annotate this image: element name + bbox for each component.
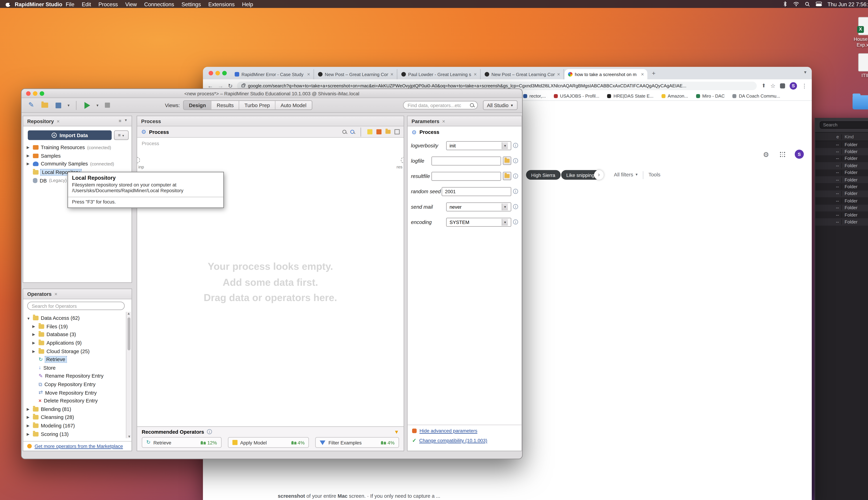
info-icon[interactable]: [513, 189, 518, 194]
op-group-modeling[interactable]: ▶Modeling (167): [23, 421, 132, 430]
menu-item[interactable]: Extensions: [208, 1, 235, 7]
hide-advanced-link[interactable]: Hide advanced parameters: [420, 428, 477, 434]
apple-menu-icon[interactable]: [6, 1, 10, 7]
op-delete-repository-entry[interactable]: ×Delete Repository Entry: [23, 397, 132, 405]
finder-row[interactable]: -- Folder: [815, 169, 868, 176]
op-group-database[interactable]: ▶Database (3): [23, 331, 132, 339]
back-icon[interactable]: ←: [207, 82, 213, 89]
finder-row[interactable]: -- Folder: [815, 212, 868, 218]
expand-arrow-icon[interactable]: ▶: [26, 423, 31, 428]
expand-arrow-icon[interactable]: ▶: [32, 349, 36, 353]
finder-row[interactable]: -- Folder: [815, 148, 868, 155]
menu-item[interactable]: Settings: [181, 1, 201, 7]
menu-item[interactable]: Edit: [82, 1, 91, 7]
add-folder-icon[interactable]: [385, 130, 390, 134]
chips-scroll-arrow-icon[interactable]: ›: [594, 170, 604, 180]
view-tab-results[interactable]: Results: [212, 101, 239, 109]
save-process-button[interactable]: [53, 100, 64, 110]
result-port[interactable]: [401, 157, 404, 163]
open-process-button[interactable]: [40, 100, 50, 110]
expand-arrow-icon[interactable]: ▶: [32, 324, 36, 329]
browse-file-button[interactable]: [503, 157, 511, 165]
op-group-blending[interactable]: ▶Blending (81): [23, 405, 132, 413]
zoom-out-icon[interactable]: [342, 130, 346, 134]
close-window-button[interactable]: [209, 71, 213, 75]
op-copy-repository-entry[interactable]: ⧉Copy Repository Entry: [23, 380, 132, 388]
finder-row[interactable]: -- Folder: [815, 204, 868, 211]
op-rename-repository-entry[interactable]: ✎Rename Repository Entry: [23, 372, 132, 380]
random-seed-input[interactable]: [442, 187, 511, 196]
menu-item[interactable]: Connections: [144, 1, 174, 7]
share-icon[interactable]: ⬆: [762, 83, 766, 89]
resultfile-input[interactable]: [431, 171, 501, 181]
menu-item[interactable]: View: [125, 1, 137, 7]
stop-process-button[interactable]: [103, 100, 113, 110]
op-store[interactable]: ↓Store: [23, 364, 132, 372]
note-icon[interactable]: [367, 129, 373, 134]
view-tab-auto-model[interactable]: Auto Model: [275, 101, 311, 109]
new-process-button[interactable]: ✎: [26, 100, 36, 110]
info-icon[interactable]: [513, 158, 518, 163]
flag-icon[interactable]: [376, 129, 381, 134]
menu-item[interactable]: Process: [99, 1, 118, 7]
op-group-cleansing[interactable]: ▶Cleansing (28): [23, 413, 132, 422]
op-retrieve[interactable]: ↻Retrieve: [23, 355, 132, 364]
save-dropdown-arrow[interactable]: ▼: [67, 103, 70, 107]
desktop-icon-itil[interactable]: ITIL: [850, 53, 868, 78]
bookmark-item[interactable]: DA Coach Commu...: [733, 93, 780, 99]
google-account-avatar[interactable]: S: [795, 150, 804, 159]
bookmark-item[interactable]: Miro - DAC: [696, 93, 724, 99]
recommended-chip-retrieve[interactable]: ↻ Retrieve 12%: [142, 437, 221, 448]
operators-scrollbar[interactable]: ▲▼: [126, 312, 131, 438]
finder-column-headers[interactable]: e Kind: [815, 133, 868, 141]
breadcrumb[interactable]: Process: [149, 129, 169, 135]
info-icon[interactable]: [513, 204, 518, 209]
forward-icon[interactable]: →: [218, 82, 224, 89]
expand-arrow-icon[interactable]: ▶: [26, 154, 31, 158]
bookmark-item[interactable]: USAJOBS - Profil...: [554, 93, 599, 99]
expand-arrow-icon[interactable]: ▶: [26, 415, 31, 420]
active-app-name[interactable]: RapidMiner Studio: [15, 1, 62, 7]
desktop-icon-folder[interactable]: [847, 95, 868, 110]
menu-item[interactable]: Help: [242, 1, 253, 7]
chrome-menu-icon[interactable]: ⋮: [801, 82, 807, 89]
tab-close-icon[interactable]: ×: [557, 71, 560, 77]
input-port[interactable]: [137, 157, 140, 163]
info-icon[interactable]: [513, 143, 518, 148]
tab-close-icon[interactable]: ×: [390, 71, 393, 77]
logverbosity-select[interactable]: init▼: [446, 141, 511, 150]
finder-row[interactable]: -- Folder: [815, 155, 868, 162]
bookmark-item[interactable]: HRE|DAS State E...: [607, 93, 653, 99]
browse-file-button[interactable]: [503, 172, 511, 180]
expand-arrow-icon[interactable]: ▶: [26, 407, 31, 411]
encoding-select[interactable]: SYSTEM▼: [446, 217, 511, 226]
tree-item-samples[interactable]: ▶ Samples: [23, 152, 132, 160]
finder-row[interactable]: -- Folder: [815, 218, 868, 225]
tab-parameters[interactable]: Parameters: [412, 118, 439, 124]
info-icon[interactable]: [207, 429, 212, 434]
bookmark-item[interactable]: rector,...: [523, 93, 546, 99]
finder-search-input[interactable]: [820, 121, 868, 129]
repository-sort-button[interactable]: ≡▼: [114, 130, 129, 140]
reload-icon[interactable]: ↻: [228, 82, 233, 89]
search-chip[interactable]: High Sierra: [526, 170, 560, 180]
tree-item-training-resources[interactable]: ▶ Training Resources (connected): [23, 144, 132, 152]
minimize-window-button[interactable]: [33, 91, 37, 96]
profile-avatar[interactable]: S: [790, 82, 797, 89]
column-header-kind[interactable]: Kind: [841, 134, 868, 139]
view-tab-turbo-prep[interactable]: Turbo Prep: [239, 101, 275, 109]
zoom-window-button[interactable]: [222, 71, 227, 75]
finder-row[interactable]: -- Folder: [815, 183, 868, 190]
global-search-input[interactable]: [403, 101, 478, 109]
tab-process[interactable]: Process: [141, 118, 161, 124]
expand-arrow-icon[interactable]: ▶: [32, 341, 36, 345]
bookmark-item[interactable]: Amazon...: [661, 93, 688, 99]
tab-close-icon[interactable]: ×: [641, 71, 644, 77]
op-move-repository-entry[interactable]: ⇄Move Repository Entry: [23, 388, 132, 397]
tab-repository[interactable]: Repository: [27, 118, 54, 124]
close-window-button[interactable]: [26, 91, 31, 96]
tools-button[interactable]: Tools: [649, 172, 661, 178]
desktop-icon-excel-file[interactable]: X HouseHold Exp.xlsx: [850, 17, 868, 48]
chevron-down-icon[interactable]: ▼: [124, 118, 127, 123]
expand-arrow-icon[interactable]: ▶: [26, 432, 31, 436]
